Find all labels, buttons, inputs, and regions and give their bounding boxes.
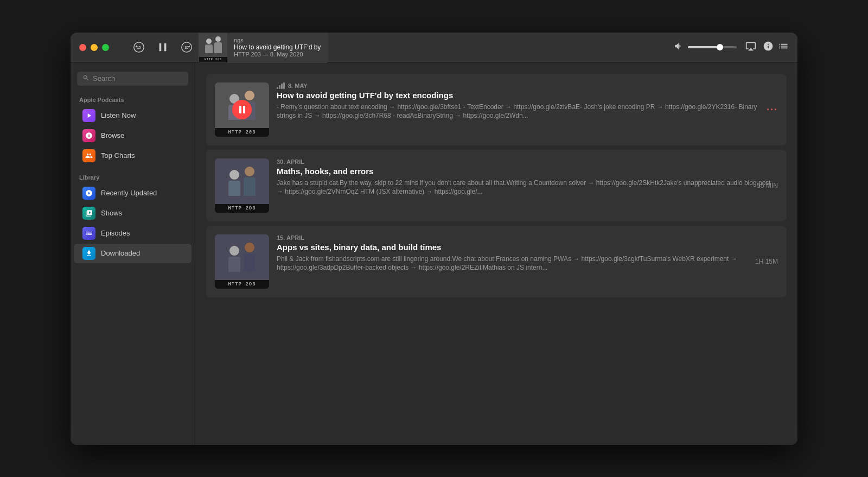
volume-slider[interactable]	[688, 46, 737, 48]
now-playing-title: How to avoid getting UTF'd by	[234, 43, 321, 51]
signal-icon	[277, 82, 285, 89]
forward-button[interactable]: 30	[178, 39, 195, 55]
content-area: Apple Podcasts Listen Now Browse	[71, 63, 797, 445]
playback-controls: 15 30	[131, 39, 195, 55]
now-playing-show: ngs	[234, 37, 321, 43]
episode-desc-1: - Remy's question about text encoding → …	[277, 103, 778, 121]
sidebar-item-listen-now[interactable]: Listen Now	[74, 106, 192, 125]
episode-thumb-2: ΗΤΤΡ 2Ο3	[215, 158, 269, 213]
browse-label: Browse	[101, 131, 124, 139]
recently-updated-icon	[82, 187, 95, 200]
now-playing-subtitle: HTTP 203 — 8. May 2020	[234, 51, 321, 58]
minimize-button[interactable]	[91, 44, 98, 51]
maximize-button[interactable]	[102, 44, 109, 51]
recently-updated-label: Recently Updated	[101, 189, 157, 197]
episode-date-2: 30. APRIL	[277, 158, 778, 165]
volume-icon	[674, 41, 684, 53]
list-button[interactable]	[778, 41, 789, 54]
listen-now-icon	[82, 109, 95, 122]
svg-text:30: 30	[184, 46, 189, 49]
window-controls	[79, 44, 109, 51]
shows-icon	[82, 207, 95, 220]
sidebar-item-downloaded[interactable]: Downloaded	[74, 244, 192, 263]
search-input[interactable]	[93, 74, 183, 82]
episode-date-1: 8. MAY	[277, 82, 778, 89]
episode-title-2: Maths, hooks, and errors	[277, 167, 778, 176]
episode-meta-1: ···	[767, 104, 778, 115]
svg-rect-3	[164, 43, 167, 52]
now-playing-show-label: HTTP 203	[199, 57, 227, 62]
sidebar-item-recently-updated[interactable]: Recently Updated	[74, 183, 192, 203]
sidebar-item-browse[interactable]: Browse	[74, 126, 192, 145]
episode-card-3[interactable]: ΗΤΤΡ 2Ο3 15. APRIL Apps vs sites, binary…	[206, 226, 787, 297]
episode-meta-3: 1H 15M	[755, 258, 778, 265]
sidebar-item-shows[interactable]: Shows	[74, 203, 192, 223]
info-button[interactable]	[763, 41, 774, 54]
now-playing-info: ngs How to avoid getting UTF'd by HTTP 2…	[227, 35, 327, 60]
rewind-button[interactable]: 15	[131, 39, 147, 55]
episode-desc-2: Jake has a stupid cat.By the way, skip t…	[277, 179, 778, 197]
close-button[interactable]	[79, 44, 86, 51]
browse-icon	[82, 129, 95, 142]
episode-duration-3: 1H 15M	[755, 258, 778, 265]
apple-podcasts-section-label: Apple Podcasts	[71, 94, 195, 105]
app-window: 15 30	[71, 33, 797, 445]
search-icon	[82, 74, 90, 83]
episode-content-3: 15. APRIL Apps vs sites, binary data, an…	[277, 234, 778, 273]
episode-content-1: 8. MAY How to avoid getting UTF'd by tex…	[277, 82, 778, 121]
episode-date-3: 15. APRIL	[277, 234, 778, 241]
episode-title-3: Apps vs sites, binary data, and build ti…	[277, 243, 778, 252]
search-box[interactable]	[77, 72, 188, 86]
episode-desc-3: Phil & Jack from fishandscripts.com are …	[277, 255, 778, 273]
sidebar-item-episodes[interactable]: Episodes	[74, 224, 192, 243]
forward-icon: 30	[181, 41, 193, 53]
episode-title-1: How to avoid getting UTF'd by text encod…	[277, 91, 778, 100]
episode-card-2[interactable]: ΗΤΤΡ 2Ο3 30. APRIL Maths, hooks, and err…	[206, 150, 787, 221]
pause-icon	[157, 41, 169, 53]
airplay-icon[interactable]	[745, 41, 756, 54]
svg-rect-2	[159, 43, 162, 52]
more-button-1[interactable]: ···	[767, 104, 778, 115]
episode-duration-2: 55 MIN	[757, 182, 778, 189]
now-playing-thumbnail	[199, 33, 227, 58]
library-section-label: Library	[71, 172, 195, 183]
episode-thumb-1: HTTP 203	[215, 82, 269, 137]
episodes-icon	[82, 227, 95, 240]
rewind-icon: 15	[133, 41, 145, 53]
shows-label: Shows	[101, 209, 122, 217]
svg-text:15: 15	[137, 46, 141, 49]
episode-meta-2: 55 MIN	[757, 182, 778, 189]
titlebar: 15 30	[71, 33, 797, 63]
pause-button[interactable]	[155, 39, 171, 55]
sidebar-item-top-charts[interactable]: Top Charts	[74, 146, 192, 166]
top-charts-icon	[82, 149, 95, 162]
main-panel: HTTP 203	[195, 63, 797, 445]
episode-card-1[interactable]: HTTP 203	[206, 74, 787, 145]
volume-area	[674, 41, 756, 54]
episodes-label: Episodes	[101, 229, 130, 237]
downloaded-label: Downloaded	[101, 249, 140, 257]
pause-overlay	[232, 100, 252, 119]
episode-thumb-3: ΗΤΤΡ 2Ο3	[215, 234, 269, 289]
top-charts-label: Top Charts	[101, 151, 135, 160]
listen-now-label: Listen Now	[101, 111, 136, 119]
now-playing-area[interactable]: HTTP 203 ngs How to avoid getting UTF'd …	[198, 33, 328, 64]
episode-content-2: 30. APRIL Maths, hooks, and errors Jake …	[277, 158, 778, 197]
downloaded-icon	[82, 247, 95, 260]
sidebar: Apple Podcasts Listen Now Browse	[71, 63, 195, 445]
